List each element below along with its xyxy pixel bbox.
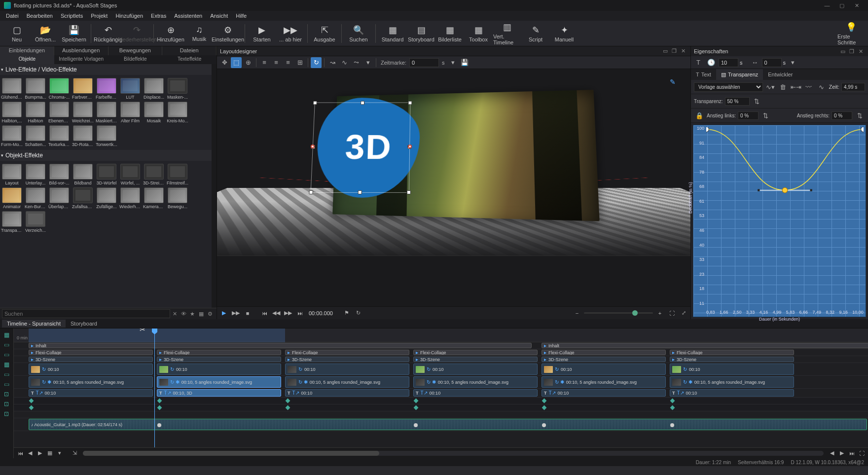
- grid-icon[interactable]: ⊞: [294, 57, 305, 68]
- effect-item[interactable]: Zufällige...: [96, 187, 117, 209]
- chart-curve[interactable]: [706, 127, 864, 248]
- expand-icon[interactable]: ⇲: [70, 449, 79, 458]
- timeline-clip[interactable]: ↻ ✱ 00:10, 5 angles rounded_image.svg: [29, 376, 153, 388]
- ribbon-abhier[interactable]: ▶▶... ab hier: [277, 22, 304, 45]
- timeline-clip[interactable]: ▸ 3D-Szene: [157, 357, 281, 362]
- ribbon-starten[interactable]: ▶Starten: [248, 22, 276, 45]
- effects-search-input[interactable]: [2, 309, 170, 318]
- tab-ausblendungen[interactable]: Ausblendungen: [54, 46, 108, 55]
- menu-assistenten[interactable]: Assistenten: [170, 12, 206, 20]
- snap-icon[interactable]: ⇤⇥: [791, 81, 801, 92]
- time-input[interactable]: [841, 83, 865, 91]
- grid-icon[interactable]: ▦: [45, 449, 54, 458]
- prev-frame-button[interactable]: ◀◀: [271, 308, 281, 318]
- resize-handle[interactable]: [309, 190, 313, 194]
- timeline-body[interactable]: ✂ 0 min ▸ Inhalt▸ Inhalt▸ Flexi-Collage▸…: [14, 329, 868, 447]
- ribbon-speichern[interactable]: 💾Speichern: [60, 22, 88, 45]
- close-panel-icon[interactable]: ✕: [679, 48, 687, 54]
- timeline-clip[interactable]: ↻ 00:10: [413, 364, 538, 375]
- timeline-clip[interactable]: ▸ 3D-Szene: [542, 357, 666, 362]
- effect-item[interactable]: Ken-Burn...: [25, 187, 46, 209]
- text-tool-icon[interactable]: T: [693, 57, 704, 68]
- effect-item[interactable]: Zufallsau...: [72, 187, 94, 209]
- skip-start-button[interactable]: ⏮: [259, 308, 269, 318]
- resize-handle[interactable]: [313, 101, 317, 105]
- dropdown-icon[interactable]: ▾: [362, 57, 373, 68]
- marker-button[interactable]: ⚑: [342, 308, 352, 318]
- keyframe[interactable]: [670, 405, 675, 410]
- effect-item[interactable]: Masken-...: [167, 78, 188, 100]
- effect-item[interactable]: Halbton,...: [1, 102, 23, 123]
- offset-input[interactable]: [762, 58, 782, 67]
- timeline-clip[interactable]: T T↗ 00:10: [285, 389, 409, 397]
- grid-icon[interactable]: ▦: [197, 311, 206, 317]
- effect-item[interactable]: Maskierte...: [96, 102, 117, 123]
- effect-item[interactable]: Chroma-...: [48, 78, 70, 100]
- curve-icon[interactable]: 〰: [803, 81, 814, 92]
- duration-input[interactable]: [719, 58, 738, 67]
- timeline-clip[interactable]: ↻ ✱ 00:10, 5 angles rounded_image.svg: [285, 376, 409, 388]
- effect-item[interactable]: Bildband: [72, 164, 94, 185]
- effect-item[interactable]: Form-Mo...: [1, 125, 23, 147]
- tab-bewegungen[interactable]: Bewegungen: [108, 46, 163, 55]
- effect-item[interactable]: 3D-Würfel: [96, 164, 117, 185]
- next-frame-button[interactable]: ▶▶: [283, 308, 293, 318]
- timeline-clip[interactable]: ▸ Flexi-Collage: [542, 350, 666, 355]
- effect-item[interactable]: 3D-Streifen: [143, 164, 165, 185]
- menu-ansicht[interactable]: Ansicht: [206, 12, 232, 20]
- prop-tab-transparenz[interactable]: ▧Transparenz: [716, 69, 763, 80]
- prop-tab-entwickler[interactable]: Entwickler: [763, 69, 797, 80]
- timeline-clip[interactable]: ▸ Inhalt: [542, 343, 868, 348]
- timeline-clip[interactable]: ▸ Flexi-Collage: [157, 350, 281, 355]
- selection-box[interactable]: [311, 102, 411, 192]
- template-select[interactable]: Vorlage auswählen: [694, 82, 763, 92]
- playhead[interactable]: [154, 329, 155, 447]
- close-button[interactable]: ✕: [849, 2, 864, 9]
- timeline-clip[interactable]: ↻ 00:10: [285, 364, 409, 375]
- ribbon-toolbox[interactable]: ▦Toolbox: [465, 22, 492, 45]
- effect-item[interactable]: Texturkac...: [48, 125, 70, 147]
- keyframe[interactable]: [414, 399, 419, 403]
- effect-item[interactable]: Transpare...: [1, 211, 23, 233]
- section-header-live-effects[interactable]: ▾ Live-Effekte / Video-Effekte: [0, 64, 212, 75]
- tab-einblendungen[interactable]: Einblendungen: [0, 46, 54, 55]
- play-button[interactable]: ▶: [219, 308, 229, 318]
- timeline-clip[interactable]: T T↗ 00:10: [670, 389, 794, 397]
- resize-handle[interactable]: [407, 190, 411, 194]
- lock-icon[interactable]: 🔒: [694, 110, 705, 121]
- section-header-object-effects[interactable]: ▾ Objekt-Effekte: [0, 150, 212, 161]
- ribbon-standard[interactable]: ▦Standard: [379, 22, 406, 45]
- anchor-point[interactable]: [311, 145, 315, 148]
- ribbon-einst[interactable]: ⚙Einstellungen: [214, 22, 242, 45]
- track-icon[interactable]: ▭: [1, 370, 12, 379]
- effect-item[interactable]: Farbeffekte: [96, 78, 117, 100]
- audio-keyframe[interactable]: [414, 423, 418, 427]
- timeline-clip[interactable]: T T↗ 00:10: [542, 389, 666, 397]
- track-icon[interactable]: ⊡: [1, 390, 12, 399]
- effect-item[interactable]: Bewegu...: [167, 187, 188, 209]
- menu-hinzufügen[interactable]: Hinzufügen: [111, 12, 147, 20]
- curve-tool[interactable]: ∿: [339, 57, 350, 68]
- track-icon[interactable]: ▦: [1, 330, 12, 339]
- timeline-clip[interactable]: ↻ 00:10: [670, 364, 794, 375]
- keyframe[interactable]: [286, 405, 290, 410]
- ribbon-storyboard[interactable]: ▤Storyboard: [407, 22, 435, 45]
- effect-item[interactable]: Halbton: [25, 102, 46, 123]
- fullscreen-icon[interactable]: ⤢: [679, 308, 688, 318]
- ribbon-manuell[interactable]: ✦Manuell: [550, 22, 578, 45]
- timeline-clip[interactable]: ▸ 3D-Szene: [29, 357, 153, 362]
- scrollbar[interactable]: [212, 64, 217, 308]
- next-page-icon[interactable]: ⏭: [847, 449, 856, 458]
- align-center-icon[interactable]: ≡: [271, 57, 282, 68]
- effect-item[interactable]: Filmstreif...: [167, 164, 188, 185]
- ribbon-verttl[interactable]: ▥Vert. Timeline: [493, 22, 521, 45]
- keyframe[interactable]: [414, 405, 419, 410]
- effect-item[interactable]: Bumpma...: [25, 78, 46, 100]
- keyframe[interactable]: [157, 399, 162, 403]
- bezier-tool[interactable]: ⤳: [351, 57, 362, 68]
- timeline-clip[interactable]: ▸ Inhalt: [29, 343, 532, 348]
- effect-item[interactable]: Layout: [1, 164, 23, 185]
- effect-item[interactable]: Kreis-Mo...: [167, 102, 188, 123]
- wave-icon[interactable]: ∿: [816, 81, 827, 92]
- cube-tool[interactable]: ⬚: [231, 57, 242, 68]
